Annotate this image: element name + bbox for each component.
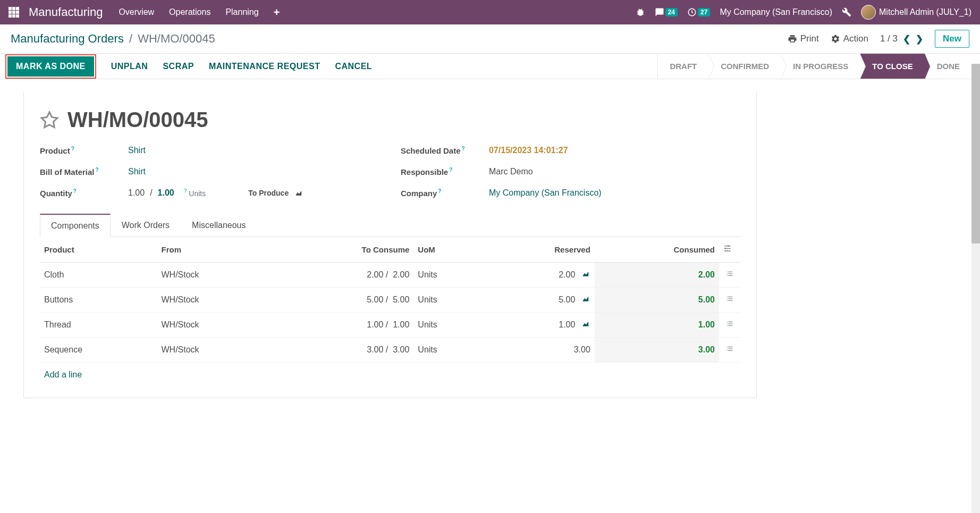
company-selector[interactable]: My Company (San Francisco) <box>720 7 832 17</box>
status-pipeline: DRAFTCONFIRMEDIN PROGRESSTO CLOSEDONE <box>657 54 971 79</box>
pager-text: 1 / 3 <box>880 33 898 44</box>
detail-icon[interactable] <box>725 320 734 327</box>
activities-badge: 27 <box>698 8 710 16</box>
nav-link-planning[interactable]: Planning <box>225 7 258 16</box>
table-row[interactable]: SequenceWH/Stock3.00 / 3.00Units3.00 3.0… <box>40 338 740 363</box>
breadcrumb: Manufacturing Orders / WH/MO/00045 <box>11 32 215 46</box>
user-menu[interactable]: Mitchell Admin (JULY_1) <box>861 5 971 20</box>
table-row[interactable]: ButtonsWH/Stock5.00 / 5.00Units5.00 5.00 <box>40 288 740 313</box>
cell-product: Sequence <box>40 338 157 363</box>
favorite-star-icon[interactable] <box>40 111 59 130</box>
cell-consumed[interactable]: 3.00 <box>595 338 719 363</box>
apps-icon[interactable] <box>9 7 19 18</box>
quantity-value[interactable]: 1.00 <box>128 188 145 198</box>
cell-reserved: 3.00 <box>484 338 595 363</box>
scrollbar[interactable] <box>971 64 980 411</box>
pager-prev[interactable]: ❮ <box>903 33 910 45</box>
cell-reserved: 2.00 <box>484 263 595 288</box>
table-row[interactable]: ClothWH/Stock2.00 / 2.00Units2.00 2.00 <box>40 263 740 288</box>
cell-reserved: 1.00 <box>484 313 595 338</box>
to-produce-label: To Produce <box>248 189 303 197</box>
col-settings-icon[interactable] <box>719 237 740 263</box>
statusbar-row: MARK AS DONE UNPLANSCRAPMAINTENANCE REQU… <box>0 54 971 79</box>
cell-consumed[interactable]: 1.00 <box>595 313 719 338</box>
col-consume[interactable]: To Consume <box>273 237 414 263</box>
tab-work-orders[interactable]: Work Orders <box>111 214 181 237</box>
col-consumed[interactable]: Consumed <box>595 237 719 263</box>
action-button[interactable]: Action <box>831 33 868 44</box>
form-sheet: WH/MO/00045 Product? Shirt Scheduled Dat… <box>23 92 757 398</box>
tab-miscellaneous[interactable]: Miscellaneous <box>181 214 257 237</box>
mark-done-button[interactable]: MARK AS DONE <box>7 56 94 77</box>
maintenance-request-button[interactable]: MAINTENANCE REQUEST <box>201 56 328 76</box>
cell-reserved: 5.00 <box>484 288 595 313</box>
new-button[interactable]: New <box>935 30 969 48</box>
detail-icon[interactable] <box>725 345 734 352</box>
tab-components[interactable]: Components <box>40 214 111 237</box>
responsible-label: Responsible? <box>401 167 489 176</box>
detail-icon[interactable] <box>725 295 734 302</box>
pager-next[interactable]: ❯ <box>916 33 923 45</box>
cell-consume: 2.00 / 2.00 <box>273 263 414 288</box>
scrap-button[interactable]: SCRAP <box>155 56 201 76</box>
cell-consumed[interactable]: 2.00 <box>595 263 719 288</box>
cell-from: WH/Stock <box>157 288 273 313</box>
user-name: Mitchell Admin (JULY_1) <box>879 7 971 17</box>
status-done[interactable]: DONE <box>925 54 971 79</box>
forecast-icon[interactable] <box>581 295 590 302</box>
col-reserved[interactable]: Reserved <box>484 237 595 263</box>
company-label: Company? <box>401 188 489 198</box>
cell-consume: 3.00 / 3.00 <box>273 338 414 363</box>
forecast-icon[interactable] <box>294 189 303 197</box>
svg-point-2 <box>729 250 731 252</box>
cell-from: WH/Stock <box>157 338 273 363</box>
company-value[interactable]: My Company (San Francisco) <box>489 188 602 198</box>
cancel-button[interactable]: CANCEL <box>327 56 379 76</box>
tabs: ComponentsWork OrdersMiscellaneous <box>40 214 740 237</box>
product-label: Product? <box>40 146 128 155</box>
responsible-value[interactable]: Marc Demo <box>489 167 533 176</box>
quantity-label: Quantity? <box>40 188 128 198</box>
unplan-button[interactable]: UNPLAN <box>104 56 156 76</box>
messages-icon[interactable]: 24 <box>655 7 678 17</box>
avatar <box>861 5 876 20</box>
col-product[interactable]: Product <box>40 237 157 263</box>
highlight-box: MARK AS DONE <box>5 54 96 79</box>
forecast-icon[interactable] <box>581 270 590 277</box>
forecast-icon[interactable] <box>581 320 590 327</box>
product-value[interactable]: Shirt <box>128 146 146 155</box>
bom-value[interactable]: Shirt <box>128 167 146 176</box>
cell-product: Buttons <box>40 288 157 313</box>
svg-marker-1 <box>41 112 57 128</box>
bug-icon[interactable] <box>636 7 645 17</box>
status-draft[interactable]: DRAFT <box>657 54 708 79</box>
app-name[interactable]: Manufacturing <box>29 5 103 19</box>
scheduled-value[interactable]: 07/15/2023 14:01:27 <box>489 146 568 155</box>
print-button[interactable]: Print <box>788 33 819 44</box>
status-confirmed[interactable]: CONFIRMED <box>708 54 781 79</box>
status-in-progress[interactable]: IN PROGRESS <box>781 54 860 79</box>
cell-uom: Units <box>413 288 483 313</box>
quantity-of[interactable]: 1.00 <box>158 188 174 198</box>
table-row[interactable]: ThreadWH/Stock1.00 / 1.00Units1.00 1.00 <box>40 313 740 338</box>
messages-badge: 24 <box>665 8 678 16</box>
scheduled-label: Scheduled Date? <box>401 146 489 155</box>
cell-product: Thread <box>40 313 157 338</box>
add-line-button[interactable]: Add a line <box>40 363 740 387</box>
breadcrumb-current: WH/MO/00045 <box>138 32 215 45</box>
col-uom[interactable]: UoM <box>413 237 483 263</box>
add-menu-icon[interactable]: + <box>274 6 280 19</box>
detail-icon[interactable] <box>725 270 734 277</box>
nav-link-operations[interactable]: Operations <box>169 7 210 16</box>
tools-icon[interactable] <box>842 7 851 17</box>
cell-uom: Units <box>413 263 483 288</box>
cell-consume: 1.00 / 1.00 <box>273 313 414 338</box>
nav-link-overview[interactable]: Overview <box>119 7 154 16</box>
status-to-close[interactable]: TO CLOSE <box>860 54 924 79</box>
activities-icon[interactable]: 27 <box>687 7 710 17</box>
breadcrumb-root[interactable]: Manufacturing Orders <box>11 32 124 45</box>
svg-point-3 <box>725 248 726 249</box>
cell-consumed[interactable]: 5.00 <box>595 288 719 313</box>
pager: 1 / 3 ❮ ❯ <box>880 33 923 45</box>
col-from[interactable]: From <box>157 237 273 263</box>
